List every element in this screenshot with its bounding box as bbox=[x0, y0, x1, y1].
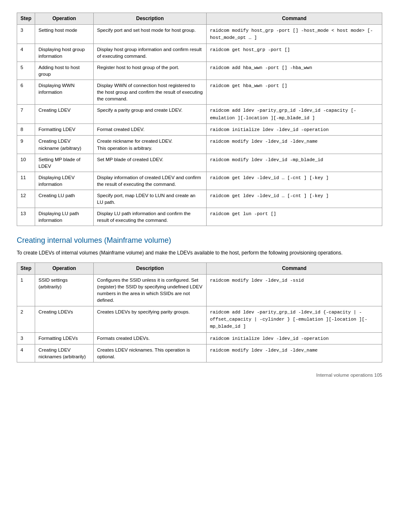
col-header-operation-1: Operation bbox=[35, 13, 94, 25]
cell-description: Display information of created LDEV and … bbox=[94, 172, 207, 190]
table-row: 2 Creating LDEVs Creates LDEVs by specif… bbox=[17, 306, 382, 332]
cell-description: Specify a parity group and create LDEV. bbox=[94, 105, 207, 124]
table-row: 8 Formatting LDEV Format created LDEV. r… bbox=[17, 124, 382, 136]
cell-description: Creates LDEVs by specifying parity group… bbox=[94, 306, 207, 332]
col-header-command-1: Command bbox=[207, 13, 382, 25]
cell-operation: Creating LDEV bbox=[35, 105, 94, 124]
col-header-command-2: Command bbox=[207, 263, 382, 275]
cell-step: 3 bbox=[17, 24, 35, 44]
table-row: 6 Displaying WWN information Display WWN… bbox=[17, 80, 382, 104]
cell-description: Display LU path information and confirm … bbox=[94, 208, 207, 226]
cell-step: 9 bbox=[17, 136, 35, 154]
table-row: 12 Creating LU path Specify port, map LD… bbox=[17, 190, 382, 208]
cell-command: raidcom get ldev -ldev_id … [-cnt ] [-ke… bbox=[207, 190, 382, 208]
cell-description: Format created LDEV. bbox=[94, 124, 207, 136]
cell-description: Creates LDEV nicknames. This operation i… bbox=[94, 344, 207, 362]
cell-operation: Formatting LDEV bbox=[35, 124, 94, 136]
cell-step: 2 bbox=[17, 306, 35, 332]
cell-command: raidcom modify ldev -ldev_id -ssid bbox=[207, 275, 382, 306]
cell-operation: Formatting LDEVs bbox=[35, 332, 94, 344]
table-row: 4 Displaying host group information Disp… bbox=[17, 44, 382, 62]
cell-operation: Displaying LU path information bbox=[35, 208, 94, 226]
table-row: 11 Displaying LDEV information Display i… bbox=[17, 172, 382, 190]
table-2: Step Operation Description Command 1 SSI… bbox=[17, 262, 382, 362]
cell-command: raidcom get host_grp -port [] bbox=[207, 44, 382, 62]
cell-description: Display WWN of connection host registere… bbox=[94, 80, 207, 104]
cell-command: raidcom modify ldev -ldev_id -ldev_name bbox=[207, 344, 382, 362]
cell-operation: Creating LDEV nicknames (arbitrarily) bbox=[35, 344, 94, 362]
cell-command: raidcom modify ldev -ldev_id -ldev_name bbox=[207, 136, 382, 154]
cell-step: 7 bbox=[17, 105, 35, 124]
cell-step: 5 bbox=[17, 62, 35, 80]
table-row: 1 SSID settings (arbitrarily) Configures… bbox=[17, 275, 382, 306]
cell-operation: Displaying LDEV information bbox=[35, 172, 94, 190]
cell-description: Configures the SSID unless it is configu… bbox=[94, 275, 207, 306]
cell-command: raidcom add ldev -parity_grp_id -ldev_id… bbox=[207, 105, 382, 124]
cell-operation: Displaying WWN information bbox=[35, 80, 94, 104]
cell-operation: Creating LU path bbox=[35, 190, 94, 208]
col-header-operation-2: Operation bbox=[35, 263, 94, 275]
cell-description: Register host to host group of the port. bbox=[94, 62, 207, 80]
cell-operation: Adding host to host group bbox=[35, 62, 94, 80]
cell-operation: Creating LDEV nickname (arbitrary) bbox=[35, 136, 94, 154]
cell-command: raidcom modify ldev -ldev_id -mp_blade_i… bbox=[207, 154, 382, 172]
cell-command: raidcom add ldev -parity_grp_id -ldev_id… bbox=[207, 306, 382, 332]
cell-step: 4 bbox=[17, 344, 35, 362]
cell-description: Specify port, map LDEV to LUN and create… bbox=[94, 190, 207, 208]
cell-command: raidcom get lun -port [] bbox=[207, 208, 382, 226]
cell-description: Display host group information and confi… bbox=[94, 44, 207, 62]
cell-step: 4 bbox=[17, 44, 35, 62]
cell-step: 12 bbox=[17, 190, 35, 208]
cell-step: 8 bbox=[17, 124, 35, 136]
cell-command: raidcom add hba_wwn -port [] -hba_wwn bbox=[207, 62, 382, 80]
cell-step: 13 bbox=[17, 208, 35, 226]
table-row: 13 Displaying LU path information Displa… bbox=[17, 208, 382, 226]
cell-operation: SSID settings (arbitrarily) bbox=[35, 275, 94, 306]
cell-command: raidcom initialize ldev -ldev_id -operat… bbox=[207, 332, 382, 344]
section-title: Creating internal volumes (Mainframe vol… bbox=[17, 236, 382, 245]
col-header-description-2: Description bbox=[94, 263, 207, 275]
cell-operation: Creating LDEVs bbox=[35, 306, 94, 332]
page-footer: Internal volume operations 105 bbox=[17, 373, 382, 378]
cell-description: Formats created LDEVs. bbox=[94, 332, 207, 344]
col-header-step-2: Step bbox=[17, 263, 35, 275]
cell-description: Create nickname for created LDEV.This op… bbox=[94, 136, 207, 154]
cell-step: 1 bbox=[17, 275, 35, 306]
col-header-step-1: Step bbox=[17, 13, 35, 25]
cell-description: Set MP blade of created LDEV. bbox=[94, 154, 207, 172]
table-row: 9 Creating LDEV nickname (arbitrary) Cre… bbox=[17, 136, 382, 154]
cell-step: 3 bbox=[17, 332, 35, 344]
table-row: 3 Formatting LDEVs Formats created LDEVs… bbox=[17, 332, 382, 344]
cell-step: 11 bbox=[17, 172, 35, 190]
table-row: 3 Setting host mode Specify port and set… bbox=[17, 24, 382, 44]
cell-command: raidcom modify host_grp -port [] -host_m… bbox=[207, 24, 382, 44]
cell-command: raidcom get hba_wwn -port [] bbox=[207, 80, 382, 104]
cell-command: raidcom get ldev -ldev_id … [-cnt ] [-ke… bbox=[207, 172, 382, 190]
cell-command: raidcom initialize ldev -ldev_id -operat… bbox=[207, 124, 382, 136]
cell-operation: Displaying host group information bbox=[35, 44, 94, 62]
cell-operation: Setting MP blade of LDEV bbox=[35, 154, 94, 172]
table-1: Step Operation Description Command 3 Set… bbox=[17, 13, 382, 226]
cell-step: 6 bbox=[17, 80, 35, 104]
section-intro: To create LDEVs of internal volumes (Mai… bbox=[17, 249, 382, 257]
table-row: 5 Adding host to host group Register hos… bbox=[17, 62, 382, 80]
cell-step: 10 bbox=[17, 154, 35, 172]
table-row: 10 Setting MP blade of LDEV Set MP blade… bbox=[17, 154, 382, 172]
cell-description: Specify port and set host mode for host … bbox=[94, 24, 207, 44]
table-row: 4 Creating LDEV nicknames (arbitrarily) … bbox=[17, 344, 382, 362]
table-row: 7 Creating LDEV Specify a parity group a… bbox=[17, 105, 382, 124]
cell-operation: Setting host mode bbox=[35, 24, 94, 44]
col-header-description-1: Description bbox=[94, 13, 207, 25]
